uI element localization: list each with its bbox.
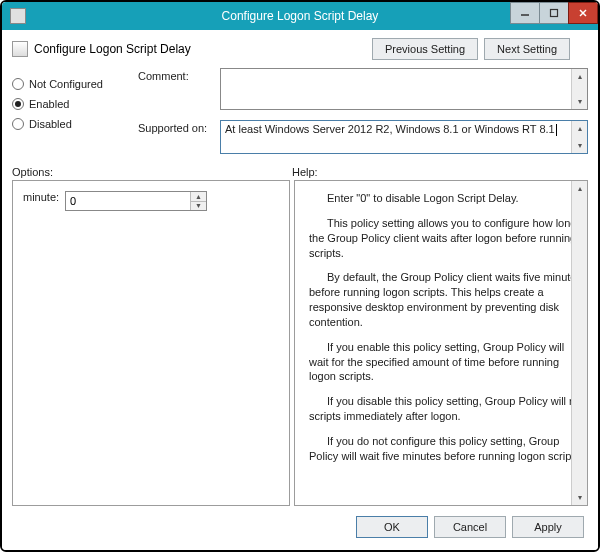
comment-textbox[interactable]: ▴ ▾: [220, 68, 588, 110]
options-label: Options:: [12, 166, 292, 178]
radio-label: Disabled: [29, 118, 72, 130]
policy-title: Configure Logon Script Delay: [34, 42, 191, 56]
scroll-up-icon[interactable]: ▴: [572, 69, 587, 84]
maximize-button[interactable]: [539, 2, 569, 24]
help-paragraph: If you do not configure this policy sett…: [309, 434, 585, 464]
comment-scrollbar[interactable]: ▴ ▾: [571, 69, 587, 109]
help-paragraph: This policy setting allows you to config…: [309, 216, 585, 261]
nav-buttons: Previous Setting Next Setting: [372, 38, 570, 60]
help-label: Help:: [292, 166, 318, 178]
scroll-up-icon[interactable]: ▴: [572, 181, 587, 196]
ok-button[interactable]: OK: [356, 516, 428, 538]
comment-value[interactable]: [221, 69, 571, 109]
system-menu-icon[interactable]: [10, 8, 26, 24]
apply-button[interactable]: Apply: [512, 516, 584, 538]
previous-setting-button[interactable]: Previous Setting: [372, 38, 478, 60]
options-pane: minute: ▲ ▼: [12, 180, 290, 506]
help-paragraph: If you enable this policy setting, Group…: [309, 340, 585, 385]
help-pane: Enter "0" to disable Logon Script Delay.…: [294, 180, 588, 506]
spinner-down-icon[interactable]: ▼: [191, 202, 206, 211]
scroll-track[interactable]: [572, 84, 587, 94]
radio-dot-icon: [12, 98, 24, 110]
supported-scrollbar[interactable]: ▴ ▾: [571, 121, 587, 153]
radio-disabled[interactable]: Disabled: [12, 118, 130, 130]
minimize-button[interactable]: [510, 2, 540, 24]
spinner-buttons: ▲ ▼: [190, 192, 206, 210]
radio-enabled[interactable]: Enabled: [12, 98, 130, 110]
header-row: Configure Logon Script Delay Previous Se…: [2, 30, 598, 66]
radio-label: Enabled: [29, 98, 69, 110]
minute-label: minute:: [23, 191, 59, 203]
scroll-down-icon[interactable]: ▾: [572, 94, 587, 109]
next-setting-button[interactable]: Next Setting: [484, 38, 570, 60]
state-radio-group: Not Configured Enabled Disabled: [12, 68, 130, 154]
text-caret-icon: [556, 124, 557, 136]
titlebar: Configure Logon Script Delay: [2, 2, 598, 30]
scroll-down-icon[interactable]: ▾: [572, 490, 587, 505]
dialog-window: Configure Logon Script Delay Configure L…: [2, 2, 598, 550]
cancel-button[interactable]: Cancel: [434, 516, 506, 538]
minute-spinner[interactable]: ▲ ▼: [65, 191, 207, 211]
supported-on-value: At least Windows Server 2012 R2, Windows…: [221, 121, 571, 153]
help-paragraph: By default, the Group Policy client wait…: [309, 270, 585, 329]
svg-rect-1: [551, 10, 558, 17]
dialog-footer: OK Cancel Apply: [2, 506, 598, 550]
pane-labels-row: Options: Help:: [2, 162, 598, 180]
close-button[interactable]: [568, 2, 598, 24]
supported-on-textbox[interactable]: At least Windows Server 2012 R2, Windows…: [220, 120, 588, 154]
radio-not-configured[interactable]: Not Configured: [12, 78, 130, 90]
policy-icon: [12, 41, 28, 57]
help-body: Enter "0" to disable Logon Script Delay.…: [295, 181, 587, 505]
help-paragraph: Enter "0" to disable Logon Script Delay.: [309, 191, 585, 206]
help-scrollbar[interactable]: ▴ ▾: [571, 181, 587, 505]
label-fields: Comment: ▴ ▾ Supported on: At least Wind…: [138, 68, 588, 154]
spinner-up-icon[interactable]: ▲: [191, 192, 206, 202]
window-title: Configure Logon Script Delay: [2, 9, 598, 23]
scroll-track[interactable]: [572, 196, 587, 490]
scroll-down-icon[interactable]: ▾: [572, 138, 587, 153]
minute-input[interactable]: [66, 192, 190, 210]
window-buttons: [511, 2, 598, 30]
scroll-up-icon[interactable]: ▴: [572, 121, 587, 136]
supported-on-label: Supported on:: [138, 120, 216, 134]
radio-dot-icon: [12, 78, 24, 90]
radio-dot-icon: [12, 118, 24, 130]
radio-label: Not Configured: [29, 78, 103, 90]
upper-section: Not Configured Enabled Disabled Comment:…: [2, 66, 598, 162]
help-paragraph: If you disable this policy setting, Grou…: [309, 394, 585, 424]
comment-label: Comment:: [138, 68, 216, 82]
lower-panes: minute: ▲ ▼ Enter "0" to disable Logon S…: [2, 180, 598, 506]
